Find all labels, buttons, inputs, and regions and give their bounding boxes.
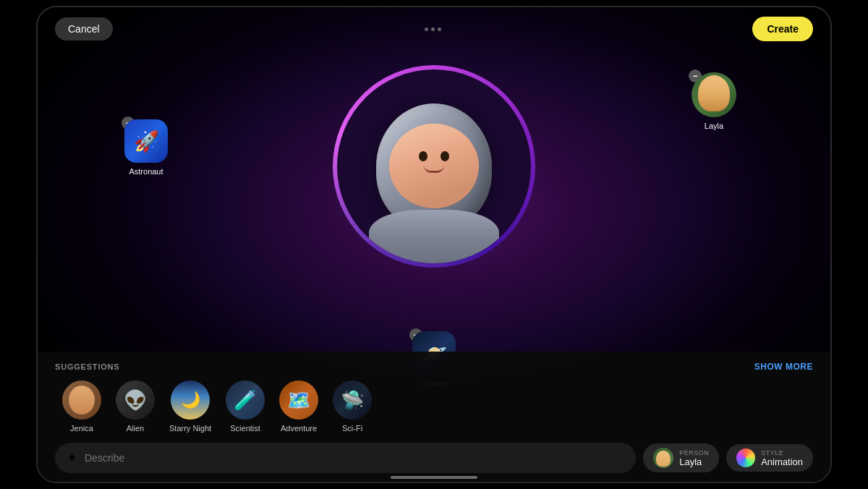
adventure-label: Adventure — [281, 424, 317, 433]
suggestion-jenica[interactable]: Jenica — [62, 380, 101, 433]
suggestions-row: Jenica 👽 Alien 🌙 Starry Night 🧪 Scientis… — [55, 380, 813, 433]
home-indicator — [391, 476, 477, 479]
center-scene — [311, 43, 557, 289]
glow-ring-inner — [337, 69, 531, 263]
cancel-button[interactable]: Cancel — [55, 17, 113, 41]
person-chip-face — [656, 451, 671, 467]
jenica-face — [69, 386, 95, 414]
person-chip[interactable]: PERSON Layla — [643, 443, 719, 472]
dot-3 — [438, 27, 441, 31]
style-chip-value: Animation — [761, 456, 803, 467]
left-eye — [419, 151, 427, 161]
dot-2 — [431, 27, 435, 31]
floating-astronaut[interactable]: − 🚀 Astronaut — [124, 119, 168, 176]
layla-face — [698, 75, 730, 111]
device-frame: Cancel Create — [36, 6, 832, 483]
astronaut-character — [362, 87, 506, 246]
describe-input[interactable] — [85, 452, 624, 464]
jenica-avatar — [62, 380, 101, 420]
jenica-label: Jenica — [70, 424, 93, 433]
style-chip-label: STYLE — [761, 449, 803, 456]
alien-icon: 👽 — [116, 380, 155, 420]
starry-night-label: Starry Night — [169, 424, 211, 433]
person-chip-text: PERSON Layla — [679, 449, 709, 467]
glow-ring — [333, 65, 535, 268]
describe-input-container[interactable]: ✦ — [55, 443, 636, 473]
layla-label: Layla — [705, 122, 723, 130]
astronaut-label: Astronaut — [129, 167, 163, 176]
dots-menu[interactable] — [425, 27, 441, 31]
suggestion-starry-night[interactable]: 🌙 Starry Night — [169, 380, 211, 433]
suggestions-header: SUGGESTIONS SHOW MORE — [55, 362, 813, 372]
person-chip-label: PERSON — [679, 449, 709, 456]
top-bar: Cancel Create — [38, 7, 830, 51]
scifi-label: Sci-Fi — [342, 424, 362, 433]
style-ball-icon — [736, 448, 755, 467]
alien-label: Alien — [127, 424, 144, 433]
bottom-section: SUGGESTIONS SHOW MORE Jenica 👽 Alien 🌙 S… — [38, 352, 830, 482]
scientist-icon: 🧪 — [226, 380, 265, 420]
suggestion-scientist[interactable]: 🧪 Scientist — [226, 380, 265, 433]
suggestions-label: SUGGESTIONS — [55, 362, 119, 371]
face — [389, 124, 479, 208]
suggestion-adventure[interactable]: 🗺️ Adventure — [279, 380, 318, 433]
input-bar: ✦ PERSON Layla STYLE Animation — [55, 443, 813, 473]
helmet-visor — [389, 124, 479, 208]
suit — [369, 210, 499, 263]
style-chip-text: STYLE Animation — [761, 449, 803, 467]
starry-night-icon: 🌙 — [171, 380, 210, 420]
adventure-icon: 🗺️ — [279, 380, 318, 420]
suggestion-alien[interactable]: 👽 Alien — [116, 380, 155, 433]
face-eyes — [419, 151, 449, 161]
suggestion-scifi[interactable]: 🛸 Sci-Fi — [333, 380, 372, 433]
person-chip-avatar — [653, 448, 673, 468]
create-button[interactable]: Create — [752, 17, 813, 41]
show-more-button[interactable]: SHOW MORE — [754, 362, 813, 372]
scifi-icon: 🛸 — [333, 380, 372, 420]
face-smile — [424, 166, 444, 173]
style-chip[interactable]: STYLE Animation — [726, 444, 813, 472]
right-eye — [441, 151, 449, 161]
sparkle-icon: ✦ — [67, 450, 77, 466]
person-chip-value: Layla — [679, 456, 709, 467]
floating-layla[interactable]: − Layla — [692, 72, 736, 130]
layla-avatar — [692, 72, 736, 117]
scientist-label: Scientist — [230, 424, 260, 433]
astronaut-icon: 🚀 — [124, 119, 168, 163]
dot-1 — [425, 27, 428, 31]
